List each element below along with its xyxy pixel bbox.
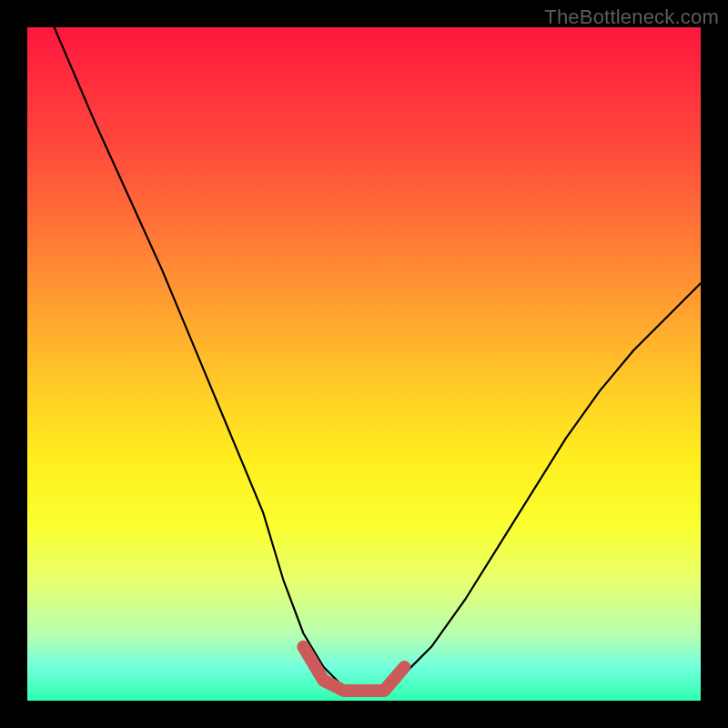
curve-layer (27, 27, 701, 701)
chart-frame: TheBottleneck.com (0, 0, 728, 728)
series-sweet-spot-highlight (303, 647, 404, 691)
plot-area (27, 27, 701, 701)
series-bottleneck-curve (55, 27, 701, 687)
watermark-text: TheBottleneck.com (544, 5, 719, 29)
